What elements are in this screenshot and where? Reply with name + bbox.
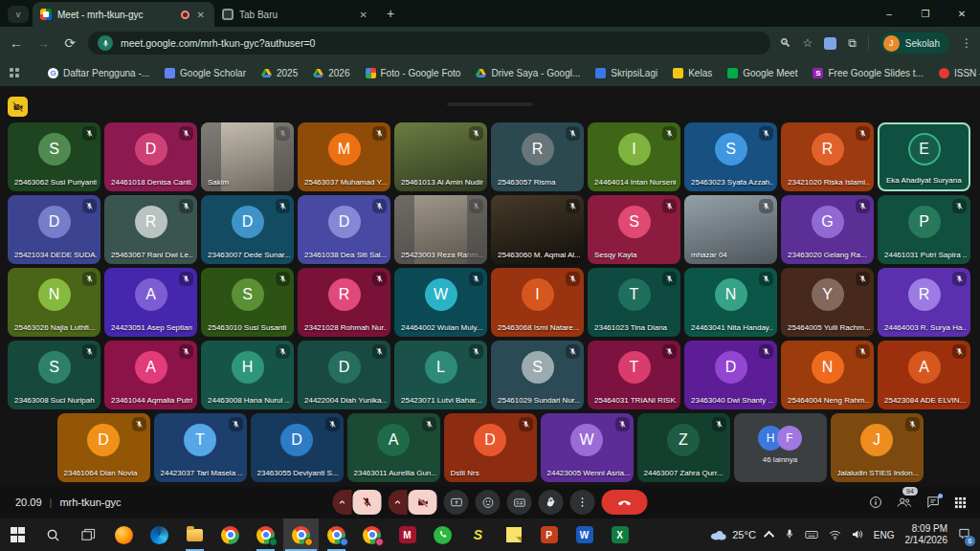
participant-tile[interactable]: A23461044 Aqmalia Putri [104, 341, 197, 409]
chrome-taskbar-button[interactable] [248, 518, 283, 551]
excel-taskbar-button[interactable]: X [602, 518, 637, 551]
participant-tile[interactable]: D23461038 Dea Siti Sal... [298, 195, 390, 264]
participant-tile[interactable]: D23463040 Dwi Shanty ... [684, 341, 777, 409]
participant-tile[interactable]: I24464014 Intan Nurseni [588, 122, 680, 191]
tray-expand-chevron-icon[interactable] [764, 531, 774, 541]
bookmark-item[interactable]: ISSN - BRIN [931, 63, 980, 82]
bookmark-item[interactable]: SkripsiLagi [588, 63, 665, 82]
forward-button[interactable]: → [34, 35, 52, 51]
participant-tile[interactable]: D23463055 Deviyanti S... [251, 413, 344, 482]
participant-tile[interactable]: S25463023 Syafa Azzah... [684, 122, 777, 191]
participant-tile[interactable]: G23463020 Gelang Ra... [781, 195, 874, 264]
participant-tile[interactable]: Y25464005 Yulli Rachm... [781, 268, 874, 337]
participant-tile[interactable]: 25461013 Al Amin Nudin [394, 122, 487, 191]
activities-grid-icon[interactable] [954, 496, 967, 509]
minimize-button[interactable]: – [871, 0, 907, 27]
profile-chip[interactable]: J Sekolah [880, 33, 949, 54]
bookmark-item[interactable]: 2026 [305, 63, 357, 82]
powerpoint-taskbar-button[interactable]: P [531, 518, 567, 551]
chrome-taskbar-button[interactable] [354, 518, 390, 551]
reactions-button[interactable] [476, 490, 501, 515]
participant-tile[interactable]: A23463011 Aurellia Gun... [347, 413, 440, 482]
participant-tile[interactable]: A25423084 ADE ELVIN... [878, 341, 970, 409]
tab-close-icon[interactable]: ✕ [358, 10, 369, 20]
bookmark-star-icon[interactable]: ☆ [803, 36, 813, 50]
participant-tile[interactable]: Z24463007 Zahra Qurr... [637, 413, 730, 482]
tab-new[interactable]: Tab Baru ✕ [214, 2, 377, 27]
participant-tile[interactable]: DDstli Nrs [444, 413, 537, 482]
participant-tile[interactable]: R23421020 Riska Islami... [781, 122, 874, 191]
participant-tile[interactable]: R25463067 Rani Dwi Le... [104, 195, 197, 264]
word-taskbar-button[interactable]: W [567, 518, 602, 551]
zoom-search-icon[interactable]: 🔍︎ [780, 36, 791, 50]
camera-off-button[interactable] [409, 490, 437, 515]
tab-close-icon[interactable]: ✕ [195, 10, 207, 20]
bookmark-item[interactable]: Foto - Google Foto [358, 63, 469, 82]
people-panel-icon[interactable]: 94 [897, 496, 912, 509]
participant-tile[interactable]: D23463007 Dede Sunar... [201, 195, 294, 264]
participant-tile[interactable]: mhazar 04 [684, 195, 777, 264]
participant-tile[interactable]: S25461029 Sundari Nur... [491, 341, 584, 409]
participant-tile[interactable]: EEka Ahadiyat Suryana [878, 122, 970, 191]
participant-tile[interactable]: S25463010 Susi Susanti [201, 268, 294, 337]
end-call-button[interactable] [602, 490, 648, 515]
chat-panel-icon[interactable] [926, 496, 940, 509]
mic-off-button[interactable] [353, 490, 382, 515]
participant-tile[interactable]: W24423005 Wenni Asria... [541, 413, 634, 482]
participant-tile[interactable]: S23463008 Suci Nuripah [8, 341, 100, 409]
new-tab-button[interactable]: + [387, 6, 394, 21]
bookmark-item[interactable]: 2025 [254, 63, 305, 82]
participant-tile[interactable]: M25463037 Muhamad Y... [298, 122, 390, 191]
tray-volume-icon[interactable] [852, 526, 863, 543]
participant-tile[interactable]: D24422004 Diah Yunika... [298, 341, 390, 409]
participant-tile[interactable]: N25463026 Najla Luthfi... [8, 268, 100, 337]
notification-center-icon[interactable]: 6 [958, 526, 970, 543]
tray-wifi-icon[interactable] [829, 526, 841, 543]
reload-button[interactable]: ⟳ [61, 35, 78, 51]
participant-tile[interactable]: R23421028 Rohmah Nur... [298, 268, 390, 337]
overflow-tile[interactable]: HF46 lainnya [734, 413, 827, 482]
restore-button[interactable]: ❐ [907, 0, 944, 27]
participant-tile[interactable]: L25423071 Lutvi Bahar... [394, 341, 487, 409]
bookmark-item[interactable]: Drive Saya - Googl... [468, 63, 588, 82]
participant-tile[interactable]: Sakim [201, 122, 294, 191]
taskbar-clock[interactable]: 8:09 PM 2/14/2026 [905, 523, 948, 547]
participant-tile[interactable]: D24461018 Denisa Canti... [104, 122, 197, 191]
camera-off-notice-icon[interactable] [8, 97, 28, 117]
close-button[interactable]: ✕ [944, 0, 980, 27]
weather-widget[interactable]: 25°C [709, 529, 756, 540]
s-app-taskbar-button[interactable]: S [460, 518, 496, 551]
back-button[interactable]: ← [8, 35, 25, 51]
chrome-taskbar-button[interactable] [212, 518, 248, 551]
more-options-button[interactable] [570, 490, 595, 515]
participant-tile[interactable]: H24463008 Hana Nurul ... [201, 341, 294, 409]
tray-mic-icon[interactable] [785, 526, 794, 543]
participant-tile[interactable]: R25463057 Risma [491, 122, 584, 191]
participant-tile[interactable]: 25463060 M. Aqmal Al... [491, 195, 584, 264]
participant-tile[interactable]: N24463041 Nita Handay... [684, 268, 777, 337]
participant-tile[interactable]: S25463062 Susi Puriyanti [8, 122, 100, 191]
apps-grid-icon[interactable] [10, 68, 19, 77]
participant-tile[interactable]: R24464003 R. Surya Ha... [878, 268, 970, 337]
firefox-taskbar-button[interactable] [106, 518, 142, 551]
participant-tile[interactable]: P24461031 Putri Sapira ... [878, 195, 970, 264]
tab-meet[interactable]: Meet - mrh-tkun-gyc ✕ [33, 2, 214, 27]
side-panel-icon[interactable] [824, 37, 836, 50]
participant-tile[interactable]: W24464002 Wulan Muly... [394, 268, 487, 337]
participant-tile[interactable]: T23461023 Tina Diana [588, 268, 680, 337]
meeting-details-icon[interactable] [869, 496, 882, 509]
participant-tile[interactable]: I25463068 Ismi Natare... [491, 268, 584, 337]
browser-menu-icon[interactable]: ⋮ [961, 36, 972, 50]
bookmark-item[interactable]: Kelas [665, 63, 720, 82]
extensions-puzzle-icon[interactable]: ⧉ [848, 36, 857, 50]
participant-tile[interactable]: D23461064 Dian Novia [57, 413, 150, 482]
participant-tile[interactable]: A24423051 Asep Septian [104, 268, 197, 337]
participant-tile[interactable]: T24423037 Tari Masela ... [154, 413, 247, 482]
tray-keyboard-icon[interactable] [805, 526, 818, 543]
raise-hand-button[interactable] [539, 490, 564, 515]
taskview-taskbar-button[interactable] [71, 518, 106, 551]
mendeley-taskbar-button[interactable]: M [390, 518, 425, 551]
explorer-taskbar-button[interactable] [177, 518, 212, 551]
participant-tile[interactable]: T25464031 TRIANI RISK... [588, 341, 680, 409]
participant-tile[interactable]: SSesqy Kayla [588, 195, 680, 264]
